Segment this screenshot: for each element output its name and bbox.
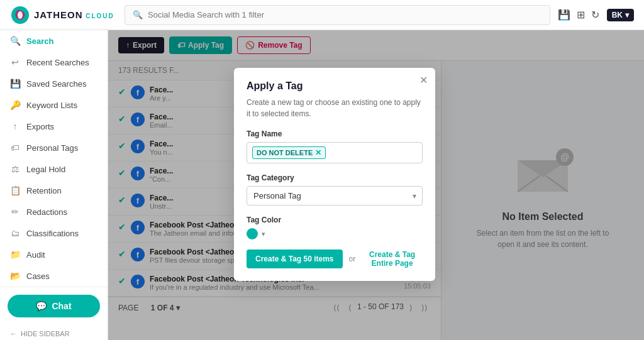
apply-tag-modal: ✕ Apply a Tag Create a new tag or choose… xyxy=(234,68,435,281)
sidebar-item-classifications[interactable]: 🗂 Classifications xyxy=(0,222,108,244)
chat-label: Chat xyxy=(52,301,71,311)
or-text: or xyxy=(349,255,356,263)
create-tag-entire-page-label: Create & Tag Entire Page xyxy=(369,250,415,268)
sidebar: 🔍 Search ↩ Recent Searches 💾 Saved Searc… xyxy=(0,30,108,340)
color-dropdown-icon[interactable]: ▾ xyxy=(262,230,265,238)
logo-cloud: CLOUD xyxy=(86,13,114,19)
modal-description: Create a new tag or choose an existing o… xyxy=(247,97,423,119)
chat-button[interactable]: 💬 Chat xyxy=(8,295,100,317)
sidebar-label-exports: Exports xyxy=(26,122,54,131)
modal-actions: Create & Tag 50 items or Create & Tag En… xyxy=(247,250,423,268)
sidebar-item-redactions[interactable]: ✏ Redactions xyxy=(0,201,108,222)
hide-sidebar-arrow-icon: ← xyxy=(10,330,17,337)
legal-hold-icon: ⚖ xyxy=(10,164,20,174)
redactions-icon: ✏ xyxy=(10,207,20,217)
sidebar-label-cases: Cases xyxy=(26,271,50,281)
tag-name-field[interactable]: DO NOT DELETE ✕ xyxy=(247,142,423,163)
logo-icon xyxy=(10,5,30,25)
modal-title: Apply a Tag xyxy=(247,80,423,92)
retention-icon: 📋 xyxy=(10,185,20,195)
search-input[interactable] xyxy=(148,10,542,19)
color-swatch[interactable] xyxy=(247,228,258,239)
sidebar-label-keyword: Keyword Lists xyxy=(26,101,77,110)
tag-name-label: Tag Name xyxy=(247,129,423,138)
audit-icon: 📁 xyxy=(10,250,20,260)
classifications-icon: 🗂 xyxy=(10,228,20,238)
create-tag-label: Create & Tag 50 items xyxy=(255,255,334,263)
cases-icon: 📂 xyxy=(10,271,20,281)
sidebar-bottom: 💬 Chat xyxy=(0,287,108,325)
create-tag-entire-page-button[interactable]: Create & Tag Entire Page xyxy=(362,250,423,268)
personal-tags-icon: 🏷 xyxy=(10,143,20,153)
grid-icon[interactable]: ⊞ xyxy=(577,9,585,21)
sidebar-label-audit: Audit xyxy=(26,250,45,260)
sidebar-label-classifications: Classifications xyxy=(26,229,79,238)
tag-color-section: Tag Color ▾ xyxy=(247,216,423,239)
exports-icon: ↑ xyxy=(10,121,20,131)
search-sidebar-icon: 🔍 xyxy=(10,36,20,46)
tag-chip-text: DO NOT DELETE xyxy=(257,149,313,156)
sidebar-item-search[interactable]: 🔍 Search xyxy=(0,30,108,52)
sidebar-label-saved: Saved Searches xyxy=(26,79,86,89)
saved-searches-icon: 💾 xyxy=(10,79,20,89)
user-badge[interactable]: BK ▾ xyxy=(607,9,634,21)
hide-sidebar-label: HIDE SIDEBAR xyxy=(21,330,70,337)
sidebar-label-recent: Recent Searches xyxy=(26,58,89,67)
tag-category-select[interactable]: Personal Tag System Tag xyxy=(247,186,423,206)
recent-searches-icon: ↩ xyxy=(10,57,20,67)
hide-sidebar-button[interactable]: ← HIDE SIDEBAR xyxy=(0,325,108,340)
sidebar-label-redactions: Redactions xyxy=(26,207,67,217)
topbar-icons: 💾 ⊞ ↻ xyxy=(558,9,599,21)
refresh-icon[interactable]: ↻ xyxy=(591,9,599,21)
sidebar-item-keyword-lists[interactable]: 🔑 Keyword Lists xyxy=(0,94,108,116)
sidebar-item-retention[interactable]: 📋 Retention xyxy=(0,180,108,201)
color-picker: ▾ xyxy=(247,228,423,239)
chat-bubble-icon: 💬 xyxy=(36,301,47,311)
tag-color-label: Tag Color xyxy=(247,216,423,224)
sidebar-item-recent-searches[interactable]: ↩ Recent Searches xyxy=(0,52,108,73)
logo: JATHEON CLOUD xyxy=(10,5,117,25)
tag-chip: DO NOT DELETE ✕ xyxy=(252,146,326,159)
sidebar-item-exports[interactable]: ↑ Exports xyxy=(0,116,108,137)
keyword-icon: 🔑 xyxy=(10,100,20,110)
sidebar-label-legal-hold: Legal Hold xyxy=(26,165,65,174)
logo-name: JATHEON xyxy=(34,9,83,20)
user-chevron: ▾ xyxy=(625,11,629,19)
modal-close-button[interactable]: ✕ xyxy=(419,74,428,86)
sidebar-item-cases[interactable]: 📂 Cases xyxy=(0,265,108,287)
create-tag-button[interactable]: Create & Tag 50 items xyxy=(247,250,343,268)
tag-name-section: Tag Name DO NOT DELETE ✕ xyxy=(247,129,423,163)
sidebar-label-search: Search xyxy=(26,36,53,46)
save-icon[interactable]: 💾 xyxy=(558,9,570,21)
sidebar-label-personal-tags: Personal Tags xyxy=(26,143,78,153)
sidebar-item-saved-searches[interactable]: 💾 Saved Searches xyxy=(0,73,108,94)
sidebar-item-personal-tags[interactable]: 🏷 Personal Tags xyxy=(0,137,108,158)
tag-chip-remove-icon[interactable]: ✕ xyxy=(315,148,321,157)
svg-point-1 xyxy=(18,11,23,19)
modal-overlay: ✕ Apply a Tag Create a new tag or choose… xyxy=(108,30,644,340)
sidebar-item-audit[interactable]: 📁 Audit xyxy=(0,244,108,265)
tag-category-label: Tag Category xyxy=(247,173,423,182)
user-initials: BK xyxy=(612,11,623,19)
tag-category-section: Tag Category Personal Tag System Tag ▾ xyxy=(247,173,423,206)
sidebar-label-retention: Retention xyxy=(26,186,62,195)
sidebar-item-legal-hold[interactable]: ⚖ Legal Hold xyxy=(0,158,108,180)
content-area: ↑ Export 🏷 Apply Tag 🚫 Remove Tag 173 RE… xyxy=(108,30,644,340)
main-layout: 🔍 Search ↩ Recent Searches 💾 Saved Searc… xyxy=(0,30,644,340)
tag-category-select-wrapper: Personal Tag System Tag ▾ xyxy=(247,186,423,206)
search-bar[interactable]: 🔍 xyxy=(125,5,550,25)
topbar: JATHEON CLOUD 🔍 💾 ⊞ ↻ BK ▾ xyxy=(0,0,644,30)
search-icon: 🔍 xyxy=(133,10,143,19)
